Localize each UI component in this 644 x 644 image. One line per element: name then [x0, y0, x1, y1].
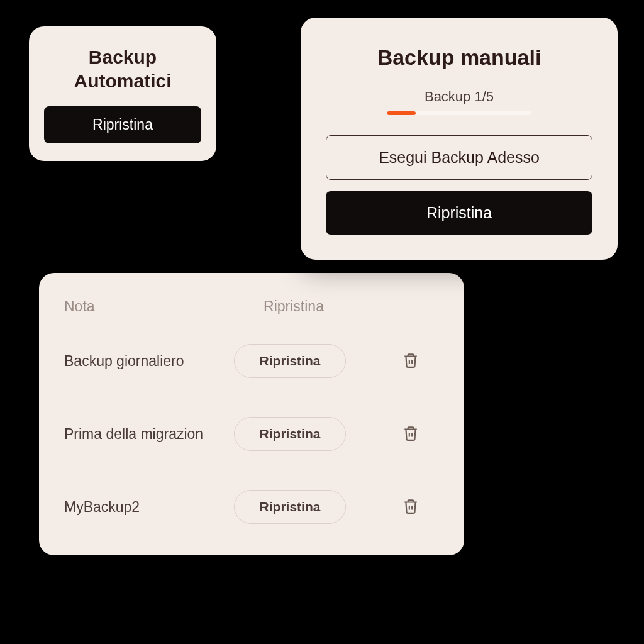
manual-backups-card: Backup manuali Backup 1/5 Esegui Backup … [301, 18, 618, 260]
backup-count-label: Backup 1/5 [326, 89, 592, 105]
backup-row-label: Prima della migrazion [64, 426, 234, 443]
delete-row-button[interactable] [400, 422, 421, 447]
backup-row-label: MyBackup2 [64, 499, 234, 516]
column-header-note: Nota [64, 298, 234, 315]
backup-progress-bar [387, 111, 531, 115]
table-row: Prima della migrazion Ripristina [64, 417, 439, 451]
run-backup-button[interactable]: Esegui Backup Adesso [326, 135, 592, 180]
column-header-restore: Ripristina [234, 298, 353, 315]
restore-row-button[interactable]: Ripristina [234, 344, 346, 378]
backup-progress-fill [387, 111, 416, 115]
restore-row-button[interactable]: Ripristina [234, 417, 346, 451]
delete-row-button[interactable] [400, 495, 421, 519]
manual-backups-title: Backup manuali [326, 45, 592, 70]
table-header: Nota Ripristina [64, 298, 439, 315]
automatic-backups-card: Backup Automatici Ripristina [29, 26, 216, 161]
title-line-2: Automatici [44, 69, 201, 93]
delete-row-button[interactable] [400, 349, 421, 374]
trash-icon [402, 352, 419, 369]
title-line-1: Backup [44, 45, 201, 69]
trash-icon [402, 497, 419, 515]
column-header-delete [353, 298, 439, 315]
backup-list-card: Nota Ripristina Backup giornaliero Ripri… [39, 273, 464, 555]
automatic-restore-button[interactable]: Ripristina [44, 106, 201, 143]
automatic-backups-title: Backup Automatici [44, 45, 201, 92]
backup-row-label: Backup giornaliero [64, 353, 234, 370]
trash-icon [402, 425, 419, 442]
table-row: Backup giornaliero Ripristina [64, 344, 439, 378]
table-row: MyBackup2 Ripristina [64, 490, 439, 524]
restore-row-button[interactable]: Ripristina [234, 490, 346, 524]
manual-restore-button[interactable]: Ripristina [326, 191, 592, 235]
